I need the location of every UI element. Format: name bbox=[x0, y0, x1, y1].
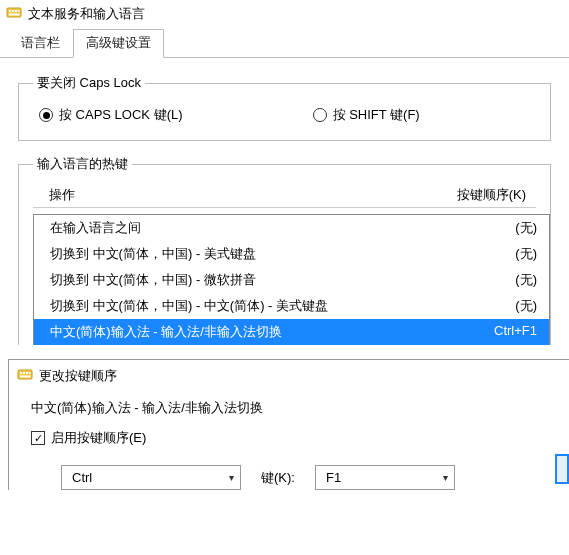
chevron-down-icon: ▾ bbox=[443, 472, 448, 483]
svg-rect-1 bbox=[9, 10, 11, 12]
radio-dot-icon bbox=[313, 108, 327, 122]
change-hotkey-dialog: 更改按键顺序 中文(简体)输入法 - 输入法/非输入法切换 启用按键顺序(E) … bbox=[8, 359, 569, 490]
svg-rect-4 bbox=[18, 10, 20, 12]
svg-rect-2 bbox=[12, 10, 14, 12]
svg-rect-10 bbox=[29, 372, 31, 374]
svg-rect-5 bbox=[9, 14, 20, 16]
modifier-select[interactable]: Ctrl ▾ bbox=[61, 465, 241, 490]
checkbox-icon bbox=[31, 431, 45, 445]
keyboard-icon bbox=[6, 4, 22, 23]
svg-rect-0 bbox=[7, 8, 21, 17]
enable-hotkey-checkbox[interactable]: 启用按键顺序(E) bbox=[31, 429, 547, 447]
radio-capslock-key[interactable]: 按 CAPS LOCK 键(L) bbox=[39, 106, 183, 124]
capslock-group: 要关闭 Caps Lock 按 CAPS LOCK 键(L) 按 SHIFT 键… bbox=[18, 74, 551, 141]
svg-rect-7 bbox=[20, 372, 22, 374]
tab-strip: 语言栏 高级键设置 bbox=[0, 29, 569, 58]
list-item[interactable]: 切换到 中文(简体，中国) - 美式键盘 (无) bbox=[34, 241, 549, 267]
radio-dot-icon bbox=[39, 108, 53, 122]
list-item[interactable]: 中文(简体)输入法 - 输入法/非输入法切换 Ctrl+F1 bbox=[34, 319, 549, 345]
tab-advanced-keys[interactable]: 高级键设置 bbox=[73, 29, 164, 58]
hotkeys-list[interactable]: 在输入语言之间 (无) 切换到 中文(简体，中国) - 美式键盘 (无) 切换到… bbox=[33, 214, 550, 345]
svg-rect-3 bbox=[15, 10, 17, 12]
hotkeys-legend: 输入语言的热键 bbox=[33, 155, 132, 173]
dialog-button-fragment[interactable] bbox=[555, 454, 569, 484]
list-item[interactable]: 切换到 中文(简体，中国) - 微软拼音 (无) bbox=[34, 267, 549, 293]
subdialog-subject: 中文(简体)输入法 - 输入法/非输入法切换 bbox=[31, 399, 547, 417]
svg-rect-6 bbox=[18, 370, 32, 379]
key-label: 键(K): bbox=[261, 469, 295, 487]
list-item[interactable]: 切换到 中文(简体，中国) - 中文(简体) - 美式键盘 (无) bbox=[34, 293, 549, 319]
capslock-legend: 要关闭 Caps Lock bbox=[33, 74, 145, 92]
header-action: 操作 bbox=[49, 186, 75, 204]
svg-rect-11 bbox=[20, 376, 31, 378]
radio-shift-key[interactable]: 按 SHIFT 键(F) bbox=[313, 106, 420, 124]
chevron-down-icon: ▾ bbox=[229, 472, 234, 483]
hotkeys-group: 输入语言的热键 操作 按键顺序(K) 在输入语言之间 (无) 切换到 中文(简体… bbox=[18, 155, 551, 345]
tab-language-bar[interactable]: 语言栏 bbox=[8, 29, 73, 58]
keyboard-icon bbox=[17, 366, 33, 385]
window-title: 文本服务和输入语言 bbox=[28, 5, 145, 23]
hotkeys-header: 操作 按键顺序(K) bbox=[33, 183, 536, 208]
svg-rect-9 bbox=[26, 372, 28, 374]
header-key: 按键顺序(K) bbox=[457, 186, 526, 204]
subdialog-title: 更改按键顺序 bbox=[39, 367, 117, 385]
svg-rect-8 bbox=[23, 372, 25, 374]
key-select[interactable]: F1 ▾ bbox=[315, 465, 455, 490]
list-item[interactable]: 在输入语言之间 (无) bbox=[34, 215, 549, 241]
